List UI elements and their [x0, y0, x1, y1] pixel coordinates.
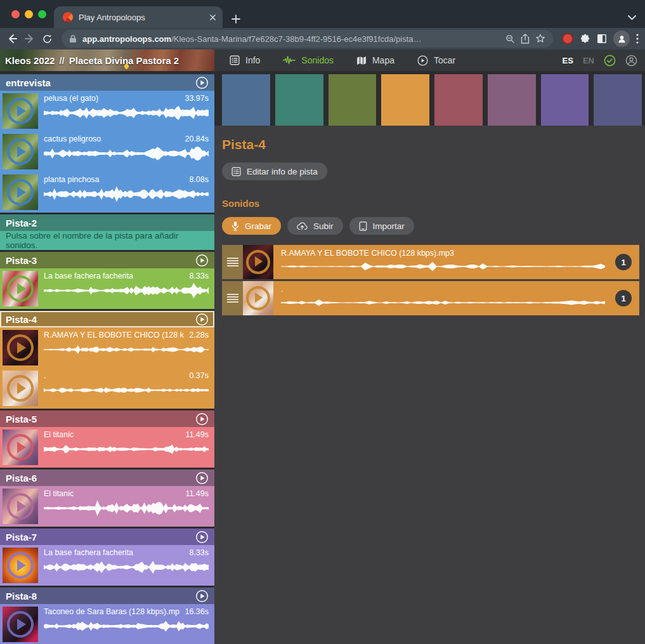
- play-overlay-icon[interactable]: [246, 286, 270, 310]
- account-icon[interactable]: [625, 55, 637, 67]
- sound-waveform[interactable]: [44, 341, 209, 358]
- play-overlay-icon[interactable]: [7, 493, 34, 520]
- upload-sound-button[interactable]: Subir: [287, 217, 343, 235]
- nav-tab-info[interactable]: Info: [230, 55, 260, 65]
- track-swatch-4-selected[interactable]: [381, 74, 429, 126]
- track-swatch-3[interactable]: [329, 74, 377, 126]
- bookmark-star-icon[interactable]: [535, 34, 545, 44]
- share-icon[interactable]: [521, 34, 530, 44]
- drag-handle[interactable]: [222, 245, 243, 279]
- play-overlay-icon[interactable]: [7, 98, 34, 124]
- track-header[interactable]: Pista-3: [0, 252, 214, 268]
- sound-item[interactable]: La base fachera facherita8.33s: [0, 268, 214, 309]
- nav-tab-label: Tocar: [434, 55, 455, 65]
- track-play-icon[interactable]: [195, 471, 209, 485]
- check-circle-icon[interactable]: [604, 55, 616, 67]
- track-swatch-5[interactable]: [434, 74, 483, 126]
- track-header[interactable]: Pista-8: [0, 588, 214, 604]
- forward-icon[interactable]: [24, 33, 36, 44]
- track-play-icon[interactable]: [195, 313, 209, 326]
- row-waveform[interactable]: [281, 297, 605, 308]
- track-swatch-7[interactable]: [541, 74, 589, 126]
- play-overlay-icon[interactable]: [7, 375, 34, 402]
- sound-waveform[interactable]: [44, 618, 209, 634]
- track-empty-hint: Pulsa sobre el nombre de la pista para a…: [0, 231, 214, 250]
- row-waveform[interactable]: [281, 261, 605, 272]
- track-swatch-6[interactable]: [488, 74, 536, 126]
- sidebar-track-Pista-3: Pista-3La base fachera facherita8.33s: [0, 252, 214, 309]
- sound-waveform[interactable]: [44, 441, 209, 457]
- track-header[interactable]: Pista-7: [0, 529, 214, 545]
- sound-waveform[interactable]: [44, 559, 209, 575]
- play-overlay-icon[interactable]: [7, 611, 34, 638]
- nav-tab-sonidos[interactable]: Sonidos: [283, 55, 334, 65]
- track-header[interactable]: Pista-4: [0, 311, 214, 327]
- close-window-button[interactable]: [11, 10, 20, 18]
- sound-item[interactable]: cactus peligroso20.84s: [0, 131, 214, 172]
- play-overlay-icon[interactable]: [7, 552, 34, 579]
- track-play-icon[interactable]: [195, 254, 209, 267]
- sound-waveform[interactable]: [44, 105, 209, 121]
- sound-item[interactable]: .0.37s: [0, 368, 214, 409]
- track-play-icon[interactable]: [195, 530, 209, 544]
- track-header[interactable]: entrevista: [0, 74, 214, 91]
- track-swatch-1[interactable]: [222, 74, 270, 126]
- sound-waveform[interactable]: [44, 500, 209, 516]
- address-bar[interactable]: app.antropoloops.com/Kleos-Santa-Marina/…: [62, 30, 553, 48]
- tab-close-icon[interactable]: [209, 14, 216, 21]
- play-overlay-icon[interactable]: [7, 138, 34, 165]
- track-swatch-8[interactable]: [594, 74, 642, 126]
- new-tab-button[interactable]: [231, 15, 240, 23]
- edit-track-info-button[interactable]: Editar info de pista: [222, 162, 327, 180]
- record-sound-button[interactable]: Grabar: [222, 217, 281, 235]
- sound-waveform[interactable]: [44, 145, 209, 162]
- record-icon[interactable]: [562, 33, 573, 44]
- sound-waveform[interactable]: [44, 382, 209, 398]
- nav-tab-mapa[interactable]: Mapa: [356, 55, 394, 65]
- fullscreen-window-button[interactable]: [38, 10, 46, 18]
- back-icon[interactable]: [6, 33, 18, 44]
- sound-body: pelusa (el gato)33.97s: [38, 91, 214, 131]
- sound-item[interactable]: pelusa (el gato)33.97s: [0, 91, 214, 131]
- track-header[interactable]: Pista-2: [0, 214, 214, 231]
- sound-item[interactable]: Taconeo de Sara Baras (128 kbps).mp316.3…: [0, 604, 214, 644]
- lang-en-button[interactable]: EN: [583, 56, 594, 65]
- sound-title: pelusa (el gato): [44, 94, 179, 103]
- reload-icon[interactable]: [42, 34, 53, 44]
- sound-item[interactable]: El titanic11.49s: [0, 486, 214, 527]
- sound-item[interactable]: planta pinchosa8.08s: [0, 172, 214, 213]
- sound-thumbnail: [3, 134, 38, 169]
- nav-tab-tocar[interactable]: Tocar: [417, 55, 455, 66]
- play-overlay-icon[interactable]: [7, 434, 34, 461]
- play-overlay-icon[interactable]: [7, 179, 34, 206]
- drag-handle[interactable]: [222, 281, 243, 315]
- zoom-icon[interactable]: [505, 34, 515, 44]
- profile-avatar[interactable]: [613, 30, 630, 47]
- track-header[interactable]: Pista-5: [0, 411, 214, 427]
- track-swatch-2[interactable]: [275, 74, 323, 126]
- sound-waveform[interactable]: [44, 282, 209, 299]
- track-header[interactable]: Pista-6: [0, 470, 214, 486]
- side-panel-icon[interactable]: [597, 34, 607, 44]
- tab-search-chevron-icon[interactable]: [628, 15, 636, 20]
- sound-waveform[interactable]: [44, 186, 209, 202]
- main-sound-row[interactable]: .1: [222, 281, 639, 315]
- sidebar-track-Pista-7: Pista-7La base fachera facherita8.33s: [0, 529, 214, 586]
- sound-item[interactable]: R.AMAYA Y EL BOBOTE CHICO (128 kbps)....…: [0, 327, 214, 368]
- track-play-icon[interactable]: [195, 412, 209, 426]
- sound-item[interactable]: El titanic11.49s: [0, 427, 214, 468]
- play-overlay-icon[interactable]: [246, 250, 270, 274]
- kebab-menu-icon[interactable]: [636, 34, 639, 44]
- project-banner[interactable]: Kleos 2022 // Placeta Divina Pastora 2: [0, 49, 214, 71]
- track-play-icon[interactable]: [195, 76, 209, 89]
- lang-es-button[interactable]: ES: [563, 56, 573, 65]
- browser-tab[interactable]: Play Antropoloops: [54, 6, 223, 28]
- minimize-window-button[interactable]: [25, 10, 33, 18]
- play-overlay-icon[interactable]: [7, 275, 34, 302]
- track-play-icon[interactable]: [195, 589, 209, 603]
- sound-item[interactable]: La base fachera facherita8.33s: [0, 545, 214, 586]
- extension-puzzle-icon[interactable]: [580, 34, 590, 44]
- main-sound-row[interactable]: R.AMAYA Y EL BOBOTE CHICO (128 kbps).mp3…: [222, 245, 639, 279]
- play-overlay-icon[interactable]: [7, 334, 34, 361]
- import-sound-button[interactable]: Importar: [349, 217, 414, 235]
